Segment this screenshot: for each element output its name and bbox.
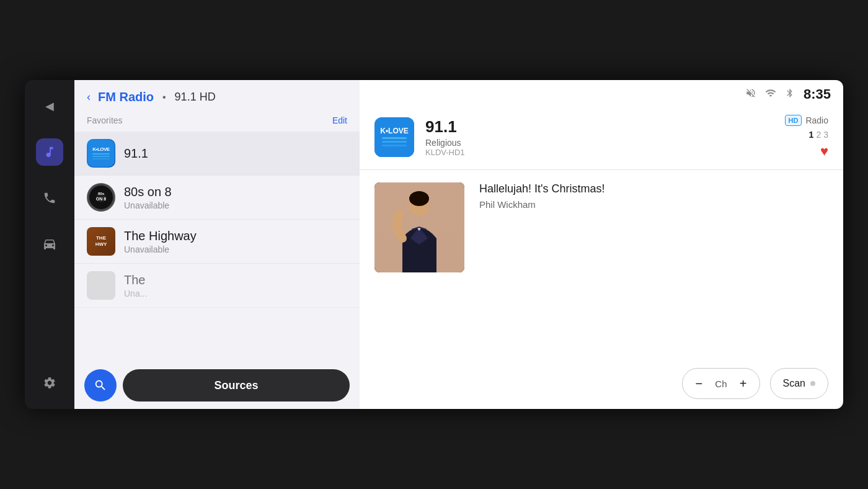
svg-text:K•LOVE: K•LOVE — [92, 146, 110, 152]
channel-plus-button[interactable]: + — [730, 370, 757, 397]
partial-logo — [87, 271, 115, 300]
station-info: The Una... — [124, 273, 147, 298]
svg-text:K•LOVE: K•LOVE — [380, 127, 409, 135]
svg-point-16 — [409, 191, 429, 206]
station-status-partial: Una... — [124, 289, 147, 298]
station-item-highway[interactable]: THEHWY The Highway Unavailable — [74, 220, 360, 264]
right-panel: 8:35 K•LOVE — [360, 80, 843, 409]
80s-logo: 80s ON 8 — [87, 183, 115, 212]
status-bar: 8:35 — [360, 80, 843, 109]
panel-subtitle: 91.1 HD — [175, 91, 216, 104]
right-bottom-controls: − Ch + Scan — [360, 361, 843, 409]
station-item-80s[interactable]: 80s ON 8 80s on 8 Unavailable — [74, 176, 360, 220]
edit-button[interactable]: Edit — [332, 115, 347, 125]
np-right-controls: HD Radio 1 2 3 ♥ — [785, 115, 828, 159]
bluetooth-icon — [785, 88, 795, 101]
clock: 8:35 — [804, 86, 831, 102]
np-frequency: 91.1 — [425, 117, 774, 137]
song-title: Hallelujah! It's Christmas! — [479, 182, 605, 195]
search-button[interactable] — [84, 369, 117, 402]
svg-point-17 — [394, 210, 404, 220]
song-info: Hallelujah! It's Christmas! Phil Wickham — [479, 182, 605, 210]
left-panel: ‹ FM Radio • 91.1 HD Favorites Edit — [74, 80, 360, 409]
header-separator: • — [162, 92, 166, 103]
channel-minus-button[interactable]: − — [685, 370, 712, 397]
scan-button[interactable]: Scan — [770, 368, 828, 399]
album-section: Hallelujah! It's Christmas! Phil Wickham — [360, 170, 843, 361]
signal-icon — [765, 87, 776, 101]
hd-badge: HD — [785, 115, 802, 126]
album-art — [374, 182, 464, 272]
svg-rect-11 — [382, 137, 407, 139]
svg-text:ON 8: ON 8 — [96, 197, 106, 201]
now-playing-section: K•LOVE 91.1 Religious KLDV-HD1 HD Radio — [360, 109, 843, 170]
station-frequency: 91.1 — [124, 146, 148, 161]
svg-rect-2 — [92, 153, 110, 155]
station-name-80s: 80s on 8 — [124, 185, 172, 199]
music-icon[interactable] — [36, 138, 63, 166]
station-list: K•LOVE 91.1 80s ON 8 — [74, 132, 360, 362]
radio-label: Radio — [805, 115, 828, 125]
station-status-80s: Unavailable — [124, 200, 172, 210]
station-item-partial[interactable]: The Una... — [74, 264, 360, 308]
song-artist: Phil Wickham — [479, 199, 605, 210]
station-name-highway: The Highway — [124, 229, 197, 243]
np-callsign: KLDV-HD1 — [425, 148, 774, 157]
np-genre: Religious — [425, 138, 774, 148]
now-playing-logo: K•LOVE — [374, 117, 414, 157]
left-bottom-controls: Sources — [74, 362, 360, 409]
station-item-klove[interactable]: K•LOVE 91.1 — [74, 132, 360, 176]
sidebar: ◀ — [25, 80, 74, 409]
sources-button[interactable]: Sources — [123, 369, 350, 402]
station-info: 91.1 — [124, 146, 148, 161]
scan-label: Scan — [783, 378, 805, 389]
channel-2[interactable]: 2 — [816, 130, 821, 140]
sources-label: Sources — [214, 379, 258, 392]
channel-3[interactable]: 3 — [823, 130, 828, 140]
klove-logo: K•LOVE — [87, 139, 115, 168]
back-button[interactable]: ‹ — [87, 91, 91, 104]
settings-icon[interactable] — [36, 369, 63, 397]
svg-rect-3 — [92, 156, 110, 157]
favorite-button[interactable]: ♥ — [820, 143, 828, 159]
panel-title: FM Radio — [98, 90, 154, 104]
now-playing-info: 91.1 Religious KLDV-HD1 — [425, 117, 774, 157]
channel-numbers: 1 2 3 — [809, 130, 828, 140]
svg-rect-12 — [382, 141, 407, 143]
mute-icon — [745, 87, 756, 101]
scan-indicator — [810, 381, 815, 386]
favorites-label: Favorites — [87, 115, 123, 125]
panel-header: ‹ FM Radio • 91.1 HD — [74, 80, 360, 112]
navigation-icon[interactable]: ◀ — [36, 92, 63, 120]
ch-label: Ch — [712, 379, 729, 389]
svg-text:80s: 80s — [98, 192, 105, 195]
phone-icon[interactable] — [36, 184, 63, 212]
svg-rect-13 — [382, 145, 407, 146]
favorites-row: Favorites Edit — [74, 112, 360, 132]
station-info: The Highway Unavailable — [124, 229, 197, 254]
channel-1[interactable]: 1 — [809, 130, 814, 140]
hd-badge-group: HD Radio — [785, 115, 828, 126]
station-name-partial: The — [124, 273, 147, 287]
station-info: 80s on 8 Unavailable — [124, 185, 172, 210]
station-status-highway: Unavailable — [124, 244, 197, 254]
car-icon[interactable] — [36, 230, 63, 258]
highway-logo: THEHWY — [87, 227, 115, 256]
channel-control: − Ch + — [682, 368, 760, 399]
svg-rect-4 — [92, 158, 110, 159]
